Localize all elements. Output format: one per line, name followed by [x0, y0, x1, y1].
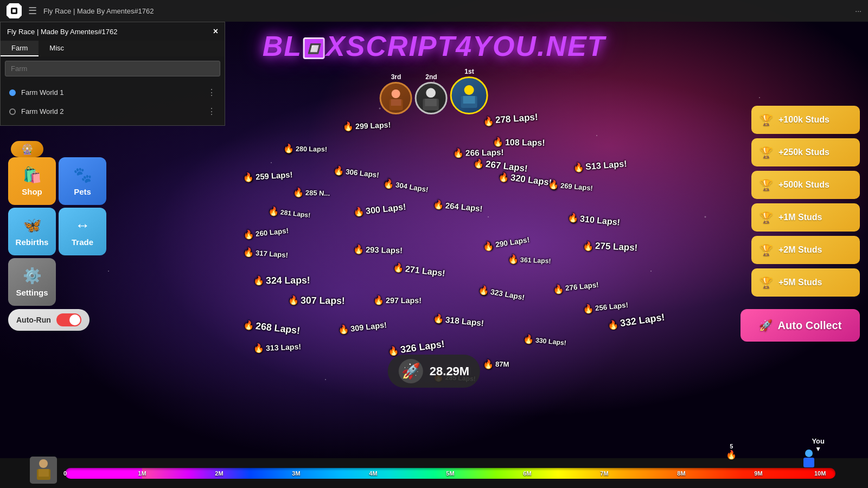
milestone-8m: 8M [677, 470, 685, 477]
svg-rect-15 [803, 458, 814, 467]
avatar-2nd [415, 82, 448, 114]
progress-track: 0 1M 2M 3M 4M 5M 6M 7M 8M 9M 10M [65, 468, 835, 479]
svg-point-5 [426, 88, 436, 98]
autorun-toggle[interactable] [56, 313, 81, 326]
settings-button[interactable]: ⚙️ Settings [8, 258, 56, 306]
svg-point-11 [39, 459, 48, 468]
shop-button[interactable]: 🛍️ Shop [8, 157, 56, 205]
autorun-container: Auto-Run [8, 309, 90, 331]
script-close-button[interactable]: × [213, 27, 218, 36]
podium: 3rd 2nd 1st [380, 68, 488, 114]
reward-500k[interactable]: 🏆 +500k Studs [751, 171, 860, 199]
world-list: Farm World 1 ⋮ Farm World 2 ⋮ [1, 81, 225, 125]
milestone-3m: 3M [292, 470, 300, 477]
score-rocket-icon: 🚀 [399, 359, 423, 383]
player-avatar-bar [30, 457, 57, 484]
progress-marker: 5 🔥 [726, 443, 737, 460]
trophy-icon-1: 🏆 [760, 113, 773, 126]
svg-rect-10 [463, 96, 475, 104]
tab-misc[interactable]: Misc [39, 41, 75, 56]
svg-rect-13 [39, 469, 49, 477]
buttons-row-1: 🛍️ Shop 🐾 Pets [8, 157, 106, 205]
svg-rect-4 [391, 99, 401, 106]
tab-farm[interactable]: Farm [1, 41, 39, 56]
app-title: Fly Race | Made By Amentes#1762 [43, 7, 154, 15]
script-panel: Fly Race | Made By Amentes#1762 × Farm M… [0, 22, 225, 126]
trade-label: Trade [72, 237, 93, 247]
settings-icon: ⚙️ [23, 267, 42, 285]
svg-rect-1 [12, 9, 16, 12]
wheel-button[interactable]: 🎡 [11, 141, 43, 157]
world-item-1[interactable]: Farm World 1 ⋮ [1, 83, 225, 102]
left-action-buttons: 🛍️ Shop 🐾 Pets 🦋 Rebirths ↔️ Trade ⚙️ Se… [8, 157, 106, 306]
rebirths-icon: 🦋 [23, 216, 42, 234]
avatar-3rd [380, 82, 412, 114]
player-2nd: 2nd [415, 73, 448, 114]
script-title: Fly Race | Made By Amentes#1762 × [1, 22, 225, 41]
trophy-icon-6: 🏆 [760, 276, 773, 289]
svg-point-2 [392, 89, 400, 98]
you-label: You [812, 437, 825, 445]
reward-250k[interactable]: 🏆 +250k Studs [751, 138, 860, 166]
reward-100k[interactable]: 🏆 +100k Studs [751, 106, 860, 134]
roblox-logo [7, 3, 22, 18]
milestone-5m: 5M [446, 470, 454, 477]
player-track-marker [801, 448, 816, 472]
svg-point-8 [464, 85, 474, 95]
player-1st: 1st [450, 68, 488, 114]
buttons-row-2: 🦋 Rebirths ↔️ Trade [8, 208, 106, 255]
topbar: ☰ Fly Race | Made By Amentes#1762 ··· [0, 0, 868, 22]
reward-buttons: 🏆 +100k Studs 🏆 +250k Studs 🏆 +500k Stud… [751, 106, 860, 297]
trade-icon: ↔️ [75, 217, 90, 234]
svg-point-14 [805, 450, 813, 457]
world-2-radio[interactable] [9, 108, 16, 115]
buttons-row-3: ⚙️ Settings [8, 258, 106, 306]
world-item-2[interactable]: Farm World 2 ⋮ [1, 102, 225, 121]
reward-1m[interactable]: 🏆 +1M Studs [751, 203, 860, 232]
pets-icon: 🐾 [73, 166, 92, 184]
milestone-1m: 1M [138, 470, 146, 477]
auto-collect-icon: 🚀 [759, 319, 773, 332]
auto-collect-button[interactable]: 🚀 Auto Collect [741, 309, 860, 342]
settings-label: Settings [16, 288, 48, 297]
trophy-icon-4: 🏆 [760, 211, 773, 224]
toggle-knob [69, 314, 80, 325]
world-2-menu[interactable]: ⋮ [207, 106, 216, 117]
topbar-more[interactable]: ··· [855, 7, 861, 15]
autorun-label: Auto-Run [16, 316, 51, 324]
farm-search-input[interactable] [5, 61, 220, 76]
trophy-icon-2: 🏆 [760, 146, 773, 159]
trophy-icon-5: 🏆 [760, 243, 773, 256]
milestone-6m: 6M [523, 470, 531, 477]
trophy-icon-3: 🏆 [760, 178, 773, 191]
milestone-4m: 4M [369, 470, 377, 477]
score-display: 🚀 28.29M [388, 355, 480, 388]
script-tabs: Farm Misc [1, 41, 225, 56]
milestone-0: 0 [63, 470, 67, 477]
world-1-menu[interactable]: ⋮ [207, 87, 216, 98]
auto-collect-label: Auto Collect [778, 319, 842, 332]
leaderboard: BL🔲XSCRIPT4YOU.NET 3rd 2nd [263, 30, 606, 114]
trade-button[interactable]: ↔️ Trade [59, 208, 106, 255]
rebirths-button[interactable]: 🦋 Rebirths [8, 208, 56, 255]
shop-label: Shop [22, 187, 42, 196]
menu-icon[interactable]: ☰ [28, 5, 37, 17]
avatar-1st [450, 76, 488, 114]
player-3rd: 3rd [380, 73, 412, 114]
svg-rect-7 [425, 98, 437, 106]
rebirths-label: Rebirths [16, 237, 49, 247]
reward-2m[interactable]: 🏆 +2M Studs [751, 236, 860, 264]
game-logo: BL🔲XSCRIPT4YOU.NET [263, 30, 606, 62]
flame-count: 5 [730, 443, 733, 450]
reward-5m[interactable]: 🏆 +5M Studs [751, 268, 860, 297]
shop-icon: 🛍️ [23, 166, 42, 184]
milestone-9m: 9M [754, 470, 762, 477]
pets-button[interactable]: 🐾 Pets [59, 157, 106, 205]
pets-label: Pets [74, 187, 91, 196]
flame-icon: 🔥 [726, 450, 737, 460]
milestone-7m: 7M [600, 470, 608, 477]
world-1-radio[interactable] [9, 89, 16, 96]
progress-bar-area: 0 1M 2M 3M 4M 5M 6M 7M 8M 9M 10M [0, 458, 868, 488]
milestone-2m: 2M [215, 470, 223, 477]
score-value: 28.29M [430, 364, 469, 378]
